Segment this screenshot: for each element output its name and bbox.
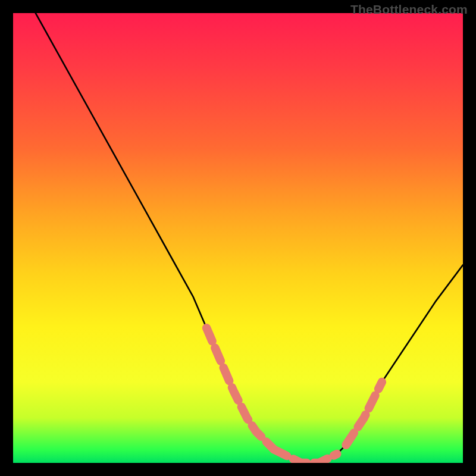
chart-frame: TheBottleneck.com <box>0 0 476 476</box>
watermark-label: TheBottleneck.com <box>350 2 468 17</box>
plot-gradient-background <box>13 13 463 463</box>
